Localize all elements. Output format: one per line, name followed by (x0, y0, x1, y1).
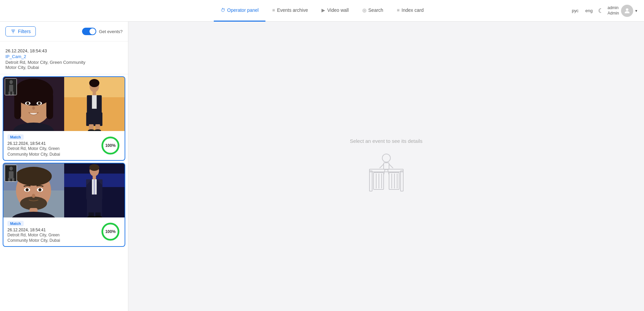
video-wall-icon: ▶ (321, 7, 325, 13)
match-percent: 100% (100, 222, 121, 242)
card-timestamp: 26.12.2024, 18:54:41 (7, 228, 100, 232)
svg-point-46 (26, 188, 29, 191)
chevron-down-icon: ▾ (635, 8, 637, 13)
svg-line-85 (380, 164, 384, 168)
nav-operator-panel-label: Operator panel (227, 7, 259, 13)
main-content: Select an event to see its details (128, 22, 644, 311)
index-card-icon: ≡ (397, 7, 400, 13)
events-archive-icon: ≡ (272, 7, 275, 13)
body-image-svg (64, 163, 125, 217)
svg-rect-39 (12, 178, 14, 181)
list-item[interactable]: 26.12.2024, 18:54:43 IP_Cam_2 Detroit Rd… (0, 44, 128, 74)
event-timestamp: 26.12.2024, 18:54:43 (5, 48, 123, 53)
svg-point-48 (38, 188, 42, 191)
svg-rect-7 (8, 92, 10, 95)
nav-index-card-label: Index card (402, 7, 423, 13)
nav-index-card[interactable]: ≡ Index card (390, 0, 431, 22)
event-location: Detroit Rd, Motor City, Green Community … (5, 60, 123, 70)
lang-eng-button[interactable]: eng (584, 7, 594, 14)
face-closeup-left (3, 163, 64, 217)
svg-rect-62 (94, 179, 95, 195)
lang-ru-button[interactable]: рус (570, 7, 580, 14)
svg-point-5 (9, 80, 13, 84)
main-nav: ⏱ Operator panel ≡ Events archive ▶ Vide… (214, 0, 431, 22)
user-menu[interactable]: admin Admin ▾ (608, 5, 637, 17)
body-image-right (64, 163, 125, 217)
avatar (621, 5, 633, 17)
card-timestamp: 26.12.2024, 18:54:41 (7, 141, 100, 146)
card-text: Match 26.12.2024, 18:54:41 Detroit Rd, M… (7, 134, 100, 157)
theme-toggle-button[interactable]: ☾ (598, 7, 603, 15)
svg-point-49 (32, 194, 35, 198)
svg-line-86 (389, 164, 393, 168)
svg-rect-12 (14, 92, 21, 119)
user-text: admin Admin (608, 5, 619, 16)
empty-state-text: Select an event to see its details (350, 138, 422, 144)
search-icon: ◎ (362, 7, 366, 13)
nav-events-archive[interactable]: ≡ Events archive (265, 0, 315, 22)
svg-rect-56 (93, 176, 96, 179)
percent-text: 100% (105, 143, 116, 148)
user-name: admin (608, 5, 619, 11)
match-percent: 100% (100, 135, 121, 156)
header-right: рус eng ☾ admin Admin ▾ (570, 5, 637, 17)
svg-point-15 (26, 102, 29, 105)
empty-state-icon (366, 151, 407, 195)
svg-rect-73 (401, 171, 403, 191)
main-layout: Filters Get events? 26.12.2024, 18:54:43… (0, 22, 644, 311)
match-badge: Match (7, 134, 24, 140)
sidebar-header: Filters Get events? (0, 22, 128, 42)
header: ⏱ Operator panel ≡ Events archive ▶ Vide… (0, 0, 644, 22)
person-thumbnail (5, 78, 17, 95)
svg-rect-27 (92, 95, 97, 109)
card-text: Match 26.12.2024, 18:54:41 Detroit Rd, M… (7, 220, 100, 244)
body-image-right (64, 77, 125, 131)
nav-video-wall-label: Video wall (327, 7, 349, 13)
svg-point-43 (15, 167, 52, 186)
person-thumbnail (5, 165, 17, 182)
filters-label: Filters (18, 29, 31, 34)
svg-rect-37 (9, 171, 14, 179)
match-badge: Match (7, 221, 24, 226)
card-info: Match 26.12.2024, 18:54:41 Detroit Rd, M… (3, 217, 125, 247)
card-location: Detroit Rd, Motor City, Green Community … (7, 232, 100, 244)
filter-icon (10, 29, 16, 34)
operator-panel-icon: ⏱ (221, 7, 225, 13)
nav-search-label: Search (368, 7, 383, 13)
list-item[interactable]: Match 26.12.2024, 18:54:41 Detroit Rd, M… (3, 163, 125, 247)
body-image-svg (64, 77, 125, 131)
svg-rect-6 (9, 85, 13, 92)
nav-video-wall[interactable]: ▶ Video wall (315, 0, 356, 22)
svg-rect-25 (93, 92, 96, 95)
photos-row (3, 163, 125, 217)
svg-point-18 (32, 106, 35, 110)
svg-rect-8 (12, 92, 14, 95)
user-role: Admin (608, 11, 619, 16)
get-events-toggle[interactable] (82, 28, 96, 35)
svg-rect-38 (8, 178, 10, 181)
filters-button[interactable]: Filters (5, 26, 36, 36)
nav-events-archive-label: Events archive (277, 7, 308, 13)
get-events-row: Get events? (82, 28, 123, 35)
thumbnail-silhouette (5, 165, 17, 182)
svg-point-0 (626, 8, 628, 10)
nav-operator-panel[interactable]: ⏱ Operator panel (214, 0, 265, 22)
list-item[interactable]: Match 26.12.2024, 18:54:41 Detroit Rd, M… (3, 76, 125, 161)
event-camera[interactable]: IP_Cam_2 (5, 54, 123, 59)
svg-rect-13 (46, 92, 53, 119)
percent-text: 100% (105, 229, 116, 234)
thumbnail-silhouette (5, 79, 17, 95)
face-closeup-left (3, 77, 64, 131)
svg-point-36 (9, 166, 13, 171)
svg-rect-28 (86, 112, 102, 126)
card-info: Match 26.12.2024, 18:54:41 Detroit Rd, M… (3, 131, 125, 160)
get-events-label: Get events? (99, 29, 123, 34)
svg-point-83 (382, 154, 390, 162)
svg-rect-84 (384, 163, 389, 170)
sidebar: Filters Get events? 26.12.2024, 18:54:43… (0, 22, 128, 311)
svg-rect-72 (369, 171, 372, 191)
nav-search[interactable]: ◎ Search (356, 0, 390, 22)
photos-row (3, 77, 125, 131)
events-list: 26.12.2024, 18:54:43 IP_Cam_2 Detroit Rd… (0, 42, 128, 311)
card-location: Detroit Rd, Motor City, Green Community … (7, 146, 100, 157)
